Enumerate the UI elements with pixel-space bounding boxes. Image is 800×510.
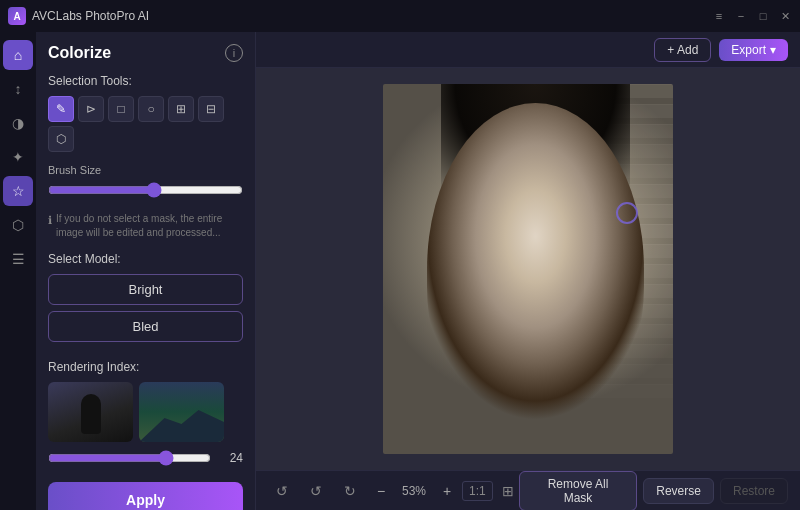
brush-size-slider[interactable] <box>48 182 243 198</box>
zoom-controls: − 53% + 1:1 ⊞ <box>370 480 519 502</box>
reverse-button[interactable]: Reverse <box>643 478 714 504</box>
brush-size-label: Brush Size <box>48 164 243 176</box>
titlebar: A AVCLabs PhotoPro AI ≡ − □ ✕ <box>0 0 800 32</box>
hint-message: If you do not select a mask, the entire … <box>56 212 243 240</box>
panel-header: Colorize i <box>48 44 243 62</box>
render-slider-row: 24 <box>48 450 243 466</box>
grid-tool-button[interactable]: ⊞ <box>168 96 194 122</box>
arrow-tool-button[interactable]: ⊳ <box>78 96 104 122</box>
zoom-ratio-button[interactable]: 1:1 <box>462 481 493 501</box>
model-bright-button[interactable]: Bright <box>48 274 243 305</box>
zoom-in-button[interactable]: + <box>436 480 458 502</box>
undo2-button[interactable]: ↺ <box>302 477 330 505</box>
export-button[interactable]: Export ▾ <box>719 39 788 61</box>
add-button[interactable]: + Add <box>654 38 711 62</box>
maximize-button[interactable]: □ <box>756 9 770 23</box>
fit-screen-button[interactable]: ⊞ <box>497 480 519 502</box>
titlebar-controls: ≡ − □ ✕ <box>712 9 792 23</box>
select-model-label: Select Model: <box>48 252 243 266</box>
sidebar-item-home[interactable]: ⌂ <box>3 40 33 70</box>
pen-tool-button[interactable]: ✎ <box>48 96 74 122</box>
model-section: Select Model: Bright Bled <box>48 252 243 348</box>
hint-text: ℹ If you do not select a mask, the entir… <box>48 212 243 240</box>
minimize-button[interactable]: − <box>734 9 748 23</box>
thumbnails <box>48 382 243 442</box>
app-icon: A <box>8 7 26 25</box>
sidebar-item-adjustments[interactable]: ☰ <box>3 244 33 274</box>
toolbar-right: Remove All Mask Reverse Restore <box>519 471 788 511</box>
rendering-section: Rendering Index: 24 <box>48 360 243 466</box>
brush-section: Brush Size <box>48 164 243 202</box>
main-layout: ⌂ ↕ ◑ ✦ ☆ ⬡ ☰ Colorize i Selection Tools… <box>0 32 800 510</box>
tools-row: ✎ ⊳ □ ○ ⊞ ⊟ ⬡ <box>48 96 243 152</box>
sidebar-item-effects[interactable]: ✦ <box>3 142 33 172</box>
photo-frame <box>383 84 673 454</box>
restore-button: Restore <box>720 478 788 504</box>
top-bar: + Add Export ▾ <box>256 32 800 68</box>
polygon-tool-button[interactable]: ⬡ <box>48 126 74 152</box>
thumbnail-mountain <box>139 382 224 442</box>
rendering-index-slider[interactable] <box>48 450 211 466</box>
apply-button[interactable]: Apply <box>48 482 243 510</box>
ellipse-tool-button[interactable]: ○ <box>138 96 164 122</box>
info-icon[interactable]: i <box>225 44 243 62</box>
sidebar-item-transform[interactable]: ↕ <box>3 74 33 104</box>
left-panel: Colorize i Selection Tools: ✎ ⊳ □ ○ ⊞ ⊟ … <box>36 32 256 510</box>
selection-tools-label: Selection Tools: <box>48 74 243 88</box>
redo-button[interactable]: ↻ <box>336 477 364 505</box>
face-overlay <box>427 103 645 436</box>
export-label: Export <box>731 43 766 57</box>
rendering-value: 24 <box>219 451 243 465</box>
canvas-area: + Add Export ▾ <box>256 32 800 510</box>
thumbnail-dark <box>48 382 133 442</box>
titlebar-left: A AVCLabs PhotoPro AI <box>8 7 149 25</box>
bottom-toolbar: ↺ ↺ ↻ − 53% + 1:1 ⊞ Remove All Mask Reve… <box>256 470 800 510</box>
hint-icon: ℹ <box>48 213 52 240</box>
sidebar-item-colorize[interactable]: ☆ <box>3 176 33 206</box>
zoom-out-button[interactable]: − <box>370 480 392 502</box>
toolbar-left: ↺ ↺ ↻ − 53% + 1:1 ⊞ <box>268 477 519 505</box>
rect-tool-button[interactable]: □ <box>108 96 134 122</box>
model-bled-button[interactable]: Bled <box>48 311 243 342</box>
panel-title: Colorize <box>48 44 111 62</box>
rendering-index-label: Rendering Index: <box>48 360 243 374</box>
menu-button[interactable]: ≡ <box>712 9 726 23</box>
sidebar-nav: ⌂ ↕ ◑ ✦ ☆ ⬡ ☰ <box>0 32 36 510</box>
export-arrow-icon: ▾ <box>770 43 776 57</box>
app-title: AVCLabs PhotoPro AI <box>32 9 149 23</box>
sidebar-item-enhance[interactable]: ◑ <box>3 108 33 138</box>
exclude-tool-button[interactable]: ⊟ <box>198 96 224 122</box>
undo-button[interactable]: ↺ <box>268 477 296 505</box>
remove-all-mask-button[interactable]: Remove All Mask <box>519 471 638 511</box>
image-canvas[interactable] <box>256 68 800 470</box>
zoom-level-display: 53% <box>396 484 432 498</box>
sidebar-item-tools[interactable]: ⬡ <box>3 210 33 240</box>
close-button[interactable]: ✕ <box>778 9 792 23</box>
photo-background <box>383 84 673 454</box>
